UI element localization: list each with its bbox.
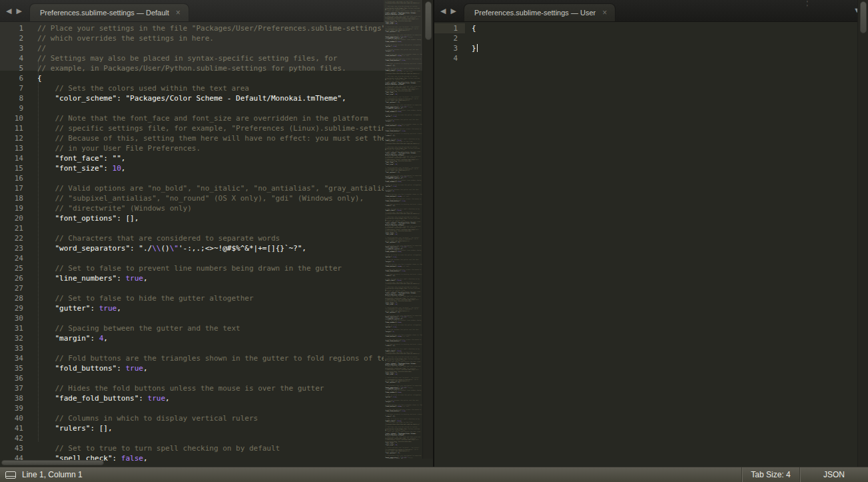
line-number: 35 bbox=[0, 363, 31, 373]
vertical-scrollbar-left[interactable] bbox=[422, 0, 433, 459]
code-line[interactable]: 20 "font_options": [], bbox=[0, 213, 433, 223]
code-line[interactable]: 1{ bbox=[434, 23, 868, 33]
minimap-line: "gutter": true, bbox=[385, 256, 422, 257]
minimap-line: "font_options": [], bbox=[385, 101, 422, 103]
tab-close-icon[interactable]: × bbox=[176, 9, 181, 17]
code-line[interactable]: 34 // Fold buttons are the triangles sho… bbox=[0, 353, 433, 363]
code-line[interactable]: 12 // Because of this, setting them here… bbox=[0, 133, 433, 143]
minimap-line: "font_size": 10, bbox=[385, 163, 422, 165]
line-number: 16 bbox=[0, 173, 31, 183]
code-line[interactable]: 28 // Set to false to hide the gutter al… bbox=[0, 293, 433, 303]
code-line[interactable]: 24 bbox=[0, 253, 433, 263]
code-line[interactable]: 22 // Characters that are considered to … bbox=[0, 233, 433, 243]
tab-nav-forward-icon[interactable]: ▶ bbox=[450, 5, 456, 16]
code-line[interactable]: 3// bbox=[0, 43, 433, 53]
code-line[interactable]: 31 // Spacing between the gutter and the… bbox=[0, 323, 433, 333]
code-line[interactable]: 13 // in your User File Preferences. bbox=[0, 143, 433, 153]
line-number: 27 bbox=[0, 283, 31, 293]
minimap-line: "gutter": true, bbox=[385, 185, 422, 187]
code-line[interactable]: 40 // Columns in which to display vertic… bbox=[0, 413, 433, 423]
line-number: 43 bbox=[0, 443, 31, 453]
minimap-line: { bbox=[807, 1, 823, 3]
code-line[interactable]: 14 "font_face": "", bbox=[0, 153, 433, 163]
code-line[interactable]: 39 bbox=[0, 403, 433, 413]
code-line[interactable]: 33 bbox=[0, 343, 433, 353]
code-line[interactable]: 27 bbox=[0, 283, 433, 293]
code-line[interactable]: 11 // specific settings file, for exampl… bbox=[0, 123, 433, 133]
code-line[interactable]: 4// Settings may also be placed in synta… bbox=[0, 53, 433, 63]
minimap-line: "color_scheme": "Packages/Color Scheme -… bbox=[385, 222, 422, 223]
code-line[interactable]: 8 "color_scheme": "Packages/Color Scheme… bbox=[0, 93, 433, 103]
minimap-line: "color_scheme": "Packages/Color Scheme -… bbox=[385, 12, 422, 13]
line-number: 3 bbox=[0, 43, 31, 53]
panel-toggle-icon[interactable] bbox=[5, 471, 16, 479]
code-line[interactable]: 29 "gutter": true, bbox=[0, 303, 433, 313]
code-line[interactable]: 9 bbox=[0, 103, 433, 113]
line-number: 28 bbox=[0, 293, 31, 303]
tab-close-icon[interactable]: × bbox=[602, 9, 607, 17]
code-line[interactable]: 25 // Set to false to prevent line numbe… bbox=[0, 263, 433, 273]
tab-nav-forward-icon[interactable]: ▶ bbox=[16, 5, 21, 16]
code-line[interactable]: 36 bbox=[0, 373, 433, 383]
minimap-line: "rulers": [], bbox=[385, 135, 422, 136]
minimap-line: "word_separators": "./\\()\"'-:,.;<>~!@#… bbox=[385, 387, 422, 388]
code-line[interactable]: 37 // Hides the fold buttons unless the … bbox=[0, 383, 433, 393]
minimap-line: "fold_buttons": true, bbox=[385, 195, 422, 197]
line-number: 23 bbox=[0, 243, 31, 253]
minimap-line: "word_separators": "./\\()\"'-:,.;<>~!@#… bbox=[385, 176, 422, 177]
code-line[interactable]: 26 "line_numbers": true, bbox=[0, 273, 433, 283]
code-line[interactable]: 3} bbox=[434, 43, 868, 53]
code-line[interactable]: 7 // Sets the colors used within the tex… bbox=[0, 83, 433, 93]
code-line[interactable]: 38 "fade_fold_buttons": true, bbox=[0, 393, 433, 403]
tab-preferences-default[interactable]: Preferences.sublime-settings — Default × bbox=[29, 3, 189, 21]
vertical-scrollbar-right[interactable] bbox=[857, 0, 868, 467]
pane-left: ◀ ▶ Preferences.sublime-settings — Defau… bbox=[0, 0, 433, 467]
code-line[interactable]: 2 bbox=[434, 33, 868, 43]
minimap-line: "fade_fold_buttons": true, bbox=[385, 270, 422, 271]
code-editor-user[interactable]: 1{23}4 bbox=[434, 22, 868, 467]
minimap-line: "font_options": [], bbox=[385, 31, 422, 32]
code-line[interactable]: 5// example, in Packages/User/Python.sub… bbox=[0, 63, 433, 73]
code-line[interactable]: 1// Place your settings in the file "Pac… bbox=[0, 23, 433, 33]
code-editor-default[interactable]: 1// Place your settings in the file "Pac… bbox=[0, 22, 433, 467]
code-line[interactable]: 2// which overrides the settings in here… bbox=[0, 33, 433, 43]
vertical-scrollbar-thumb-left[interactable] bbox=[425, 1, 432, 40]
code-line[interactable]: 18 // "subpixel_antialias", "no_round" (… bbox=[0, 193, 433, 203]
horizontal-scrollbar-thumb-left[interactable] bbox=[1, 460, 104, 465]
code-line[interactable]: 19 // "directwrite" (Windows only) bbox=[0, 203, 433, 213]
code-line[interactable]: 21 bbox=[0, 223, 433, 233]
minimap-left[interactable]: // Place your settings in the file "Pack… bbox=[384, 0, 422, 459]
line-number: 8 bbox=[0, 93, 31, 103]
code-line[interactable]: 6{ bbox=[0, 73, 433, 83]
code-line[interactable]: 4 bbox=[434, 53, 868, 63]
line-number: 10 bbox=[0, 113, 31, 123]
line-number: 15 bbox=[0, 163, 31, 173]
code-line[interactable]: 35 "fold_buttons": true, bbox=[0, 363, 433, 373]
vertical-scrollbar-thumb-right[interactable] bbox=[860, 1, 867, 33]
tab-preferences-user[interactable]: Preferences.sublime-settings — User × bbox=[464, 3, 616, 21]
minimap-line: "margin": 4, bbox=[385, 120, 422, 121]
tab-size-selector[interactable]: Tab Size: 4 bbox=[741, 467, 799, 482]
minimap-line: "font_size": 10, bbox=[385, 303, 422, 305]
code-line[interactable]: 16 bbox=[0, 173, 433, 183]
minimap-line: "gutter": true, bbox=[385, 45, 422, 47]
code-line[interactable]: 42 bbox=[0, 433, 433, 443]
status-left: Line 1, Column 1 bbox=[0, 470, 741, 479]
code-line[interactable]: 30 bbox=[0, 313, 433, 323]
tab-nav-back-icon[interactable]: ◀ bbox=[440, 5, 446, 16]
line-number: 4 bbox=[0, 53, 31, 63]
minimap-line: } bbox=[807, 5, 823, 7]
code-line[interactable]: 10 // Note that the font_face and font_s… bbox=[0, 113, 433, 123]
line-number: 37 bbox=[0, 383, 31, 393]
code-line[interactable]: 15 "font_size": 10, bbox=[0, 163, 433, 173]
minimap-line: "fade_fold_buttons": true, bbox=[385, 59, 422, 61]
code-line[interactable]: 32 "margin": 4, bbox=[0, 333, 433, 343]
code-line[interactable]: 43 // Set to true to turn spell checking… bbox=[0, 443, 433, 453]
code-line[interactable]: 17 // Valid options are "no_bold", "no_i… bbox=[0, 183, 433, 193]
minimap-right[interactable]: {} bbox=[807, 1, 823, 14]
tab-nav-back-icon[interactable]: ◀ bbox=[6, 5, 11, 16]
code-line[interactable]: 23 "word_separators": "./\\()\"'-:,.;<>~… bbox=[0, 243, 433, 253]
code-line[interactable]: 41 "rulers": [], bbox=[0, 423, 433, 433]
horizontal-scrollbar-left[interactable] bbox=[0, 459, 422, 467]
syntax-selector[interactable]: JSON bbox=[799, 467, 868, 482]
